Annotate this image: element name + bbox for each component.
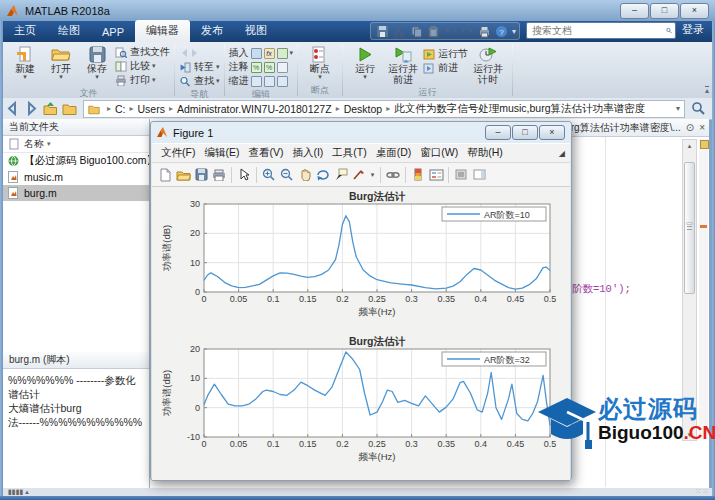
run-button[interactable]: 运行 ▾ <box>347 44 383 86</box>
warning-marker[interactable] <box>700 225 707 228</box>
copy-icon[interactable] <box>410 25 423 38</box>
comment-icon[interactable]: % <box>251 62 262 73</box>
indent-right-icon[interactable] <box>264 76 275 87</box>
menu-tools[interactable]: 工具(T) <box>332 146 366 160</box>
figure-titlebar[interactable]: Figure 1 – □ × <box>151 122 571 143</box>
hide-plot-tools-icon[interactable] <box>453 167 469 183</box>
collapse-ribbon-icon[interactable]: ▴ <box>705 86 709 94</box>
run-advance-button[interactable]: 运行并前进 <box>383 44 423 86</box>
document-actions-icon[interactable]: ⊙ <box>686 122 694 133</box>
comment-button[interactable]: 注释 % % <box>229 60 294 74</box>
data-cursor-icon[interactable] <box>333 167 349 183</box>
crumb-admin[interactable]: Administrator.WIN7U-20180127Z <box>177 103 332 115</box>
figure-minimize-button[interactable]: – <box>485 125 511 140</box>
save-figure-icon[interactable] <box>193 167 209 183</box>
dock-figure-icon[interactable]: ◢ <box>559 149 565 158</box>
link-plot-icon[interactable] <box>385 167 401 183</box>
save-icon[interactable] <box>376 25 389 38</box>
brush-icon[interactable] <box>351 167 367 183</box>
insert-section-icon[interactable] <box>251 48 262 59</box>
edit-plot-pointer-icon[interactable] <box>236 167 252 183</box>
maximize-button[interactable]: □ <box>650 3 679 19</box>
compare-button[interactable]: 比较 ▾ <box>115 59 170 73</box>
insert-function-icon[interactable]: fx <box>264 48 275 59</box>
crumb-users[interactable]: Users <box>138 103 165 115</box>
details-header[interactable]: burg.m (脚本) <box>3 352 149 369</box>
help-icon[interactable]: ? <box>495 25 508 38</box>
save-button[interactable]: 保存 ▾ <box>79 44 115 87</box>
file-row-link[interactable]: 【必过源码 Biguo100.com】 <box>3 153 149 169</box>
open-file-icon[interactable] <box>175 167 191 183</box>
run-time-button[interactable]: 运行并计时 <box>468 44 508 86</box>
menu-window[interactable]: 窗口(W) <box>420 146 458 160</box>
find-button[interactable]: 查找 ▾ <box>179 74 220 88</box>
menu-insert[interactable]: 插入(I) <box>292 146 323 160</box>
tab-view[interactable]: 视图 <box>234 20 278 42</box>
scrollbar-thumb[interactable] <box>684 162 695 294</box>
print-icon[interactable] <box>478 25 491 38</box>
goto-button[interactable]: 转至 ▾ <box>179 60 220 74</box>
new-figure-icon[interactable] <box>157 167 173 183</box>
print-figure-icon[interactable] <box>211 167 227 183</box>
browse-folder-icon[interactable] <box>62 101 77 116</box>
rotate-3d-icon[interactable] <box>315 167 331 183</box>
find-files-button[interactable]: 查找文件 <box>115 45 170 59</box>
menu-edit[interactable]: 编辑(E) <box>204 146 239 160</box>
search-input[interactable] <box>530 24 666 37</box>
insert-colorbar-icon[interactable] <box>410 167 426 183</box>
insert-chart-icon[interactable] <box>277 48 288 59</box>
crumb-desktop[interactable]: Desktop <box>344 103 383 115</box>
crumb-drive[interactable]: C: <box>115 103 126 115</box>
forward-icon[interactable] <box>24 101 39 116</box>
name-column-header[interactable]: 名称 ▾ <box>3 136 149 153</box>
close-button[interactable]: × <box>680 3 709 19</box>
menu-file[interactable]: 文件(F) <box>161 146 195 160</box>
insert-legend-icon[interactable] <box>428 167 444 183</box>
tab-editor[interactable]: 编辑器 <box>135 20 190 42</box>
file-row-burg[interactable]: burg.m <box>3 185 149 201</box>
undo-icon[interactable] <box>444 25 457 38</box>
message-indicator[interactable] <box>700 140 709 149</box>
tab-plots[interactable]: 绘图 <box>47 20 91 42</box>
back-forward-buttons[interactable] <box>179 46 220 60</box>
paste-icon[interactable] <box>427 25 440 38</box>
scroll-up-icon[interactable]: ▴ <box>683 140 696 151</box>
up-folder-icon[interactable] <box>43 101 58 116</box>
menu-help[interactable]: 帮助(H) <box>467 146 503 160</box>
new-button[interactable]: 新建 ▾ <box>7 44 43 87</box>
tab-home[interactable]: 主页 <box>3 20 47 42</box>
smart-indent-icon[interactable] <box>251 76 262 87</box>
cut-icon[interactable] <box>393 25 406 38</box>
file-row-music[interactable]: music.m <box>3 169 149 185</box>
tab-publish[interactable]: 发布 <box>190 20 234 42</box>
wrap-comment-icon[interactable] <box>277 62 288 73</box>
zoom-out-icon[interactable] <box>279 167 295 183</box>
tab-apps[interactable]: APP <box>91 23 135 42</box>
run-section-button[interactable]: 运行节 <box>423 47 468 61</box>
editor-close-icon[interactable]: × <box>699 122 705 133</box>
back-icon[interactable] <box>5 101 20 116</box>
advance-button[interactable]: 前进 <box>423 61 468 75</box>
folder-search-icon[interactable] <box>691 101 706 116</box>
figure-close-button[interactable]: × <box>539 125 565 140</box>
figure-maximize-button[interactable]: □ <box>512 125 538 140</box>
brush-dropdown-icon[interactable]: ▾ <box>369 167 376 183</box>
pan-icon[interactable] <box>297 167 313 183</box>
quick-access-dropdown-icon[interactable]: ▾ <box>512 27 516 36</box>
uncomment-icon[interactable]: % <box>264 62 275 73</box>
indent-button[interactable]: 缩进 <box>229 74 294 88</box>
minimize-button[interactable]: – <box>620 3 649 19</box>
menu-desktop[interactable]: 桌面(D) <box>376 146 412 160</box>
doc-search-box[interactable] <box>526 22 676 39</box>
menu-view[interactable]: 查看(V) <box>248 146 283 160</box>
redo-icon[interactable] <box>461 25 474 38</box>
crumb-folder[interactable]: 此文件为数字信号处理music,burg算法估计功率谱密度 <box>394 102 645 116</box>
panel-toggle-icon[interactable]: ▮▮▮▮ ▴ <box>8 488 29 496</box>
breadcrumb-dropdown-icon[interactable]: ▾ <box>676 104 680 113</box>
insert-button[interactable]: 插入 fx ▾ <box>229 46 294 60</box>
zoom-in-icon[interactable] <box>261 167 277 183</box>
print-button[interactable]: 打印 ▾ <box>115 73 170 87</box>
login-button[interactable]: 登录 <box>682 22 704 37</box>
show-plot-tools-icon[interactable] <box>471 167 487 183</box>
open-button[interactable]: 打开 ▾ <box>43 44 79 87</box>
